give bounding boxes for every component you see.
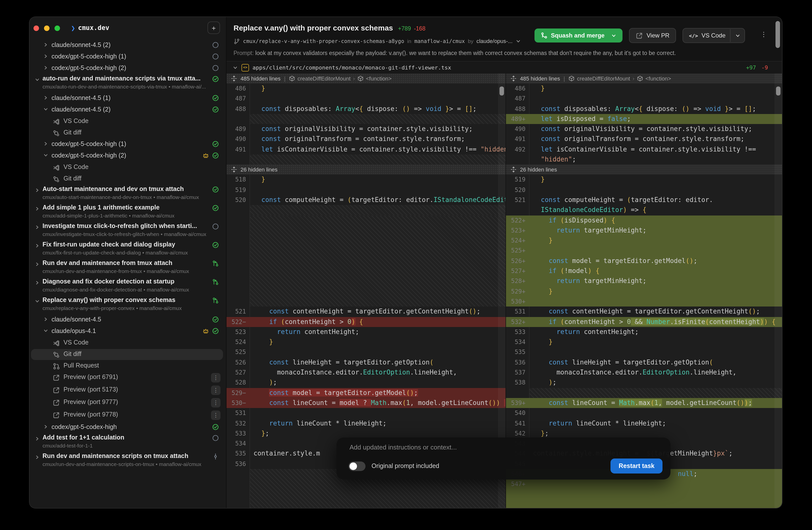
chevron-down-icon[interactable] — [735, 33, 740, 38]
code-line: 541 return lineCount * lineHeight; — [506, 418, 782, 429]
file-header[interactable]: <> apps/client/src/components/monaco/mon… — [227, 61, 782, 74]
hidden-lines-bar[interactable]: 26 hidden lines — [506, 165, 782, 175]
sidebar-item-task[interactable]: Run dev and maintenance scripts on tmux … — [29, 452, 226, 471]
crown-icon — [203, 328, 209, 334]
scrollbar-thumb[interactable] — [499, 86, 504, 96]
chevron-right-icon — [43, 141, 48, 146]
line-number: 536 — [506, 357, 529, 368]
chevron-down-icon — [43, 328, 48, 333]
code-line: 491 let isContainerVisible = container.s… — [227, 144, 506, 155]
line-number: 532+ — [506, 317, 529, 327]
status-done-icon — [212, 186, 219, 193]
sidebar-item-task[interactable]: Run dev and maintenance from tmux attach… — [29, 259, 226, 277]
chevron-down-icon — [34, 77, 40, 83]
code-line: 532 return lineCount * lineHeight; — [227, 418, 506, 429]
line-number: 488 — [227, 104, 249, 114]
sidebar-item-task[interactable]: Add simple 1 plus 1 arithmetic examplecm… — [29, 203, 226, 222]
code-line: 528+ return targetMinHeight; — [506, 276, 782, 286]
sidebar-item-branch[interactable]: codex/gpt-5-codex-high (2) — [29, 63, 226, 74]
squash-and-merge-button[interactable]: Squash and merge — [534, 29, 623, 43]
status-done-icon — [212, 316, 219, 323]
item-overflow-menu[interactable]: ⋮ — [211, 398, 220, 407]
line-number: 531 — [506, 306, 529, 317]
code-line: 533 }; — [227, 429, 506, 439]
sidebar-item-branch[interactable]: claude/sonnet-4.5 (2) — [29, 40, 226, 52]
sidebar-item-branch[interactable]: claude/sonnet-4.5 (2) — [29, 104, 226, 116]
code-line: "hidden"; — [506, 155, 782, 165]
sidebar-item-vs-code[interactable]: VS Code — [29, 338, 226, 349]
view-pr-button[interactable]: View PR — [629, 28, 676, 43]
chevron-down-icon[interactable] — [232, 65, 238, 70]
sidebar-item-preview-port-5173-[interactable]: Preview (port 5173)⋮ — [29, 385, 226, 397]
breadcrumb[interactable]: createDiffEditorMount›<function> — [289, 75, 392, 82]
sidebar-item-task[interactable]: auto-run dev and maintenance scripts via… — [29, 74, 226, 93]
symbol-method-icon — [289, 75, 295, 82]
sidebar-item-branch[interactable]: claude/sonnet-4.5 — [29, 315, 226, 326]
chevron-down-icon[interactable] — [516, 38, 521, 44]
sidebar-item-git-diff[interactable]: Git diff — [29, 173, 226, 185]
status-open-icon — [212, 223, 219, 230]
sidebar-item-preview-port-9778-[interactable]: Preview (port 9778)⋮ — [29, 410, 226, 422]
hidden-lines-bar[interactable]: 26 hidden lines — [227, 165, 506, 175]
sidebar-item-preview-port-6791-[interactable]: Preview (port 6791)⋮ — [29, 372, 226, 385]
zoom-window-button[interactable] — [55, 26, 60, 31]
close-window-button[interactable] — [33, 26, 39, 31]
item-label: codex/gpt-5-codex-high (1) — [52, 141, 204, 147]
status-open-icon — [212, 53, 219, 60]
code-line: 522− if (contentHeight > 0) { — [227, 317, 506, 327]
line-number: 487 — [506, 94, 529, 104]
sidebar-item-vs-code[interactable]: VS Code — [29, 116, 226, 128]
chevron-right-icon — [34, 436, 40, 442]
item-overflow-menu[interactable]: ⋮ — [211, 386, 220, 395]
chevron-right-icon — [34, 225, 40, 230]
line-number: 522− — [227, 317, 249, 327]
line-number: 488 — [506, 104, 529, 114]
sidebar-item-branch[interactable]: codex/gpt-5-codex-high (1) — [29, 52, 226, 63]
sidebar-item-task[interactable]: Auto-start maintenance and dev on tmux a… — [29, 185, 226, 203]
line-number: 536 — [227, 459, 249, 469]
breadcrumb[interactable]: createDiffEditorMount›<function> — [568, 75, 671, 82]
sidebar-item-task[interactable]: Fix first-run update check and dialog di… — [29, 241, 226, 259]
sidebar-item-branch[interactable]: claude/opus-4.1 — [29, 326, 226, 338]
chevron-down-icon[interactable] — [611, 33, 617, 38]
sidebar-item-preview-port-9777-[interactable]: Preview (port 9777)⋮ — [29, 397, 226, 410]
git-diff-icon — [53, 175, 60, 183]
sidebar-item-task[interactable]: Investigate tmux click-to-refresh glitch… — [29, 222, 226, 241]
sidebar-item-branch[interactable]: claude/sonnet-4.5 (1) — [29, 93, 226, 104]
header-overflow-menu[interactable]: ⋮ — [760, 30, 767, 38]
pull-request-status-icon — [212, 297, 219, 304]
restart-task-button[interactable]: Restart task — [611, 458, 663, 473]
toggle-knob — [349, 462, 357, 470]
item-overflow-menu[interactable]: ⋮ — [211, 411, 220, 420]
line-number: 520 — [227, 195, 249, 205]
sidebar-item-vs-code[interactable]: VS Code — [29, 162, 226, 173]
line-number: 537 — [506, 368, 529, 378]
sidebar-item-branch[interactable]: codex/gpt-5-codex-high (2) — [29, 151, 226, 162]
sidebar-item-task[interactable]: Replace v.any() with proper convex schem… — [29, 296, 226, 315]
item-overflow-menu[interactable]: ⋮ — [211, 373, 220, 383]
sidebar-item-task[interactable]: Diagnose and fix docker detection at sta… — [29, 277, 226, 296]
window-scrollbar-thumb[interactable] — [775, 21, 780, 48]
new-task-button[interactable]: + — [207, 22, 220, 34]
instructions-input[interactable]: Add updated instructions or context... — [349, 444, 457, 451]
sidebar-item-git-diff[interactable]: Git diff — [29, 349, 226, 360]
line-number — [506, 155, 529, 165]
sidebar-item-pull-request[interactable]: Pull Request — [29, 360, 226, 372]
code-line: 492 let isContainerVisible = container.s… — [506, 144, 782, 155]
hidden-lines-bar[interactable]: 485 hidden lines|createDiffEditorMount›<… — [227, 73, 506, 84]
item-label: codex/gpt-5-codex-high — [52, 424, 204, 430]
minimize-window-button[interactable] — [44, 26, 49, 31]
open-vscode-button[interactable]: </> VS Code — [682, 28, 745, 43]
sidebar-item-branch[interactable]: codex/gpt-5-codex-high — [29, 422, 226, 433]
agent-selector[interactable]: claude/opus-... — [477, 38, 512, 44]
item-sublabel: cmux/add-simple-1-plus-1-arithmetic • ma… — [43, 213, 211, 218]
code-line: 519 } — [506, 175, 782, 185]
sidebar-item-branch[interactable]: codex/gpt-5-codex-high (1) — [29, 139, 226, 151]
original-prompt-toggle[interactable] — [348, 461, 365, 471]
item-label: codex/gpt-5-codex-high (1) — [52, 53, 204, 60]
sidebar-item-task[interactable]: Add test for 1+1 calculationcmux/add-tes… — [29, 433, 226, 452]
sidebar-item-git-diff[interactable]: Git diff — [29, 128, 226, 139]
hidden-lines-bar[interactable]: 485 hidden lines|createDiffEditorMount›<… — [506, 73, 782, 84]
scrollbar-track[interactable] — [774, 73, 782, 508]
scrollbar-thumb[interactable] — [776, 86, 781, 96]
